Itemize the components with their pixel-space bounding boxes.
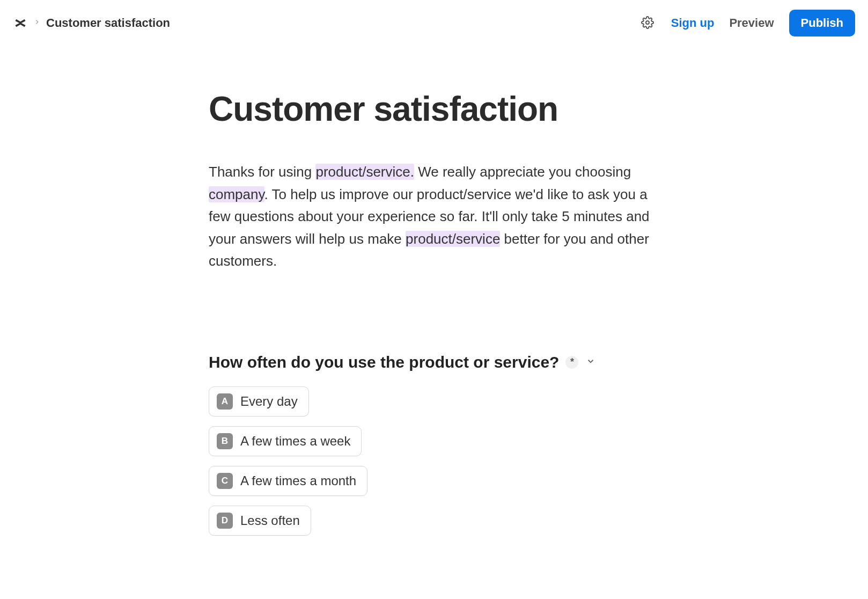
options-list: A Every day B A few times a week C A few… xyxy=(209,386,659,536)
main-content: Customer satisfaction Thanks for using p… xyxy=(198,89,670,536)
option-key-badge: C xyxy=(217,473,233,489)
option-label: A few times a week xyxy=(240,434,350,449)
option-label: Less often xyxy=(240,513,300,528)
header-right: Sign up Preview Publish xyxy=(639,10,855,36)
signup-link[interactable]: Sign up xyxy=(671,16,715,30)
question-header: How often do you use the product or serv… xyxy=(209,353,659,371)
intro-paragraph[interactable]: Thanks for using product/service. We rea… xyxy=(209,161,659,273)
intro-highlight-3: product/service xyxy=(406,231,500,247)
option-key-badge: D xyxy=(217,513,233,529)
publish-button[interactable]: Publish xyxy=(789,10,855,36)
preview-link[interactable]: Preview xyxy=(729,16,774,30)
asterisk-logo-icon[interactable] xyxy=(13,16,28,31)
intro-text-2: We really appreciate you choosing xyxy=(414,164,631,180)
option-key-badge: B xyxy=(217,433,233,449)
chevron-right-icon xyxy=(33,18,41,28)
question-type-dropdown[interactable] xyxy=(585,355,597,369)
header-left: Customer satisfaction xyxy=(13,16,170,31)
option-key-badge: A xyxy=(217,393,233,410)
option-b[interactable]: B A few times a week xyxy=(209,426,362,456)
option-label: Every day xyxy=(240,394,298,409)
settings-button[interactable] xyxy=(639,14,656,33)
question-text[interactable]: How often do you use the product or serv… xyxy=(209,353,559,371)
breadcrumb-title[interactable]: Customer satisfaction xyxy=(46,16,170,30)
option-label: A few times a month xyxy=(240,473,356,488)
chevron-down-icon xyxy=(586,356,595,368)
intro-highlight-2: company xyxy=(209,186,264,202)
option-a[interactable]: A Every day xyxy=(209,386,309,417)
header-bar: Customer satisfaction Sign up Preview Pu… xyxy=(0,0,868,46)
page-title[interactable]: Customer satisfaction xyxy=(209,89,659,129)
svg-point-0 xyxy=(646,21,649,24)
intro-text-1: Thanks for using xyxy=(209,164,315,180)
option-c[interactable]: C A few times a month xyxy=(209,466,367,496)
option-d[interactable]: D Less often xyxy=(209,506,311,536)
required-badge: * xyxy=(565,356,578,369)
intro-highlight-1: product/service. xyxy=(315,164,414,180)
gear-icon xyxy=(641,16,654,31)
